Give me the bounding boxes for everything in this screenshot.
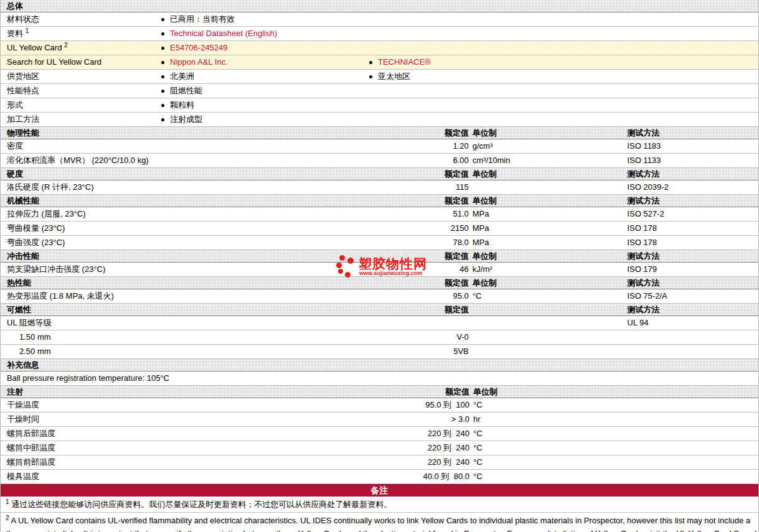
- item-text: 亚太地区: [378, 70, 410, 83]
- column-header-test: 测试方法: [623, 304, 758, 315]
- property-unit: °C: [469, 398, 625, 412]
- property-unit: °C: [469, 455, 625, 469]
- property-value: 220 到 240: [281, 455, 469, 469]
- bullet-item: Nippon A&L Inc.: [155, 55, 363, 69]
- column-header-test: 测试方法: [623, 195, 758, 207]
- property-label: 螺筒中部温度: [1, 441, 281, 455]
- property-value: 115: [280, 180, 469, 194]
- column-header-test: 测试方法: [623, 250, 758, 262]
- property-unit: MPa: [469, 207, 624, 221]
- property-label: 螺筒前部温度: [1, 455, 281, 469]
- test-method: ISO 75-2/A: [623, 289, 758, 303]
- footnote: 1 通过这些链接您能够访问供应商资料。我们尽量保证及时更新资料；不过您可以从供应…: [1, 497, 758, 513]
- table-row: 加工方法 注射成型: [1, 113, 758, 127]
- table-row: 密度 1.20 g/cm³ ISO 1183: [1, 139, 758, 154]
- tradename-link[interactable]: TECHNIACE®: [378, 55, 431, 69]
- column-header-rated: 额定值: [280, 127, 469, 139]
- property-label: 供货地区: [1, 70, 155, 83]
- bullet-item: 已商用：当前有效: [155, 12, 363, 26]
- property-unit: kJ/m²: [469, 263, 624, 276]
- test-method: UL 94: [623, 316, 758, 330]
- footnote-ref: 1: [26, 27, 29, 34]
- bullet-item: TECHNIACE®: [363, 55, 758, 69]
- property-label: 资料 1: [1, 27, 155, 40]
- table-row: 螺筒前部温度 220 到 240 °C: [1, 455, 758, 470]
- property-label: Ball pressure registration temperature: …: [1, 371, 758, 385]
- table-row: 材料状态 已商用：当前有效: [1, 12, 758, 27]
- table-row: 溶化体积流率（MVR） (220°C/10.0 kg) 6.00 cm³/10m…: [1, 154, 758, 168]
- property-value: > 3.0: [281, 413, 469, 426]
- footnote-number: 2: [6, 515, 9, 521]
- property-value: 40.0 到 80.0: [281, 470, 469, 483]
- column-header-rated: 额定值: [280, 304, 469, 315]
- footnote-text: A UL Yellow Card contains UL-verified fl…: [11, 516, 750, 525]
- table-row: 螺筒后部温度 220 到 240 °C: [1, 427, 758, 441]
- item-text: 北美洲: [170, 70, 194, 83]
- test-method: ISO 1133: [623, 154, 758, 167]
- section-title: 补充信息: [1, 359, 281, 371]
- property-label: 弯曲强度 (23°C): [1, 236, 280, 250]
- table-row: 弯曲强度 (23°C) 78.0 MPa ISO 178: [1, 236, 758, 250]
- bullet-item: 颗粒料: [155, 98, 363, 112]
- section-header-mechanical: 机械性能 额定值 单位制 测试方法: [1, 195, 758, 207]
- datasheet-link[interactable]: Technical Datasheet (English): [170, 27, 277, 40]
- bullet-item: E54706-245249: [155, 41, 363, 55]
- property-value: 220 到 240: [281, 441, 469, 455]
- test-method: ISO 178: [623, 222, 758, 235]
- property-unit: cm³/10min: [469, 154, 624, 167]
- remark-bar: 备注: [1, 484, 758, 497]
- table-row: UL 阻燃等级 UL 94: [1, 316, 758, 330]
- item-text: 阻燃性能: [170, 84, 202, 98]
- bullet-icon: [161, 18, 164, 21]
- property-label: 密度: [1, 139, 280, 153]
- bullet-icon: [161, 90, 164, 93]
- property-value: 95.0 到 100: [281, 398, 469, 412]
- supplier-link[interactable]: Nippon A&L Inc.: [170, 55, 228, 69]
- table-row: 2.50 mm 5VB: [1, 345, 758, 359]
- table-row: 螺筒中部温度 220 到 240 °C: [1, 441, 758, 455]
- footnote: 2 A UL Yellow Card contains UL-verified …: [1, 513, 758, 532]
- section-header-impact: 冲击性能 额定值 单位制 测试方法: [1, 250, 758, 263]
- section-header-supplemental: 补充信息: [1, 359, 758, 371]
- table-row: 供货地区 北美洲 亚太地区: [1, 70, 758, 84]
- section-title: 硬度: [1, 168, 280, 180]
- property-value: 78.0: [280, 236, 469, 250]
- column-header-units: 单位制: [469, 195, 624, 207]
- property-value: 6.00: [280, 154, 469, 167]
- property-unit: °C: [469, 289, 624, 303]
- column-header-rated: 额定值: [280, 195, 469, 207]
- table-row: Ball pressure registration temperature: …: [1, 371, 758, 386]
- property-unit: MPa: [469, 236, 624, 250]
- table-row: 热变形温度 (1.8 MPa, 未退火) 95.0 °C ISO 75-2/A: [1, 289, 758, 304]
- item-text: 注射成型: [170, 113, 202, 126]
- column-header-units: 单位制: [469, 250, 624, 262]
- property-unit: hr: [469, 413, 625, 426]
- property-label: 弯曲模量 (23°C): [1, 222, 280, 235]
- column-header-rated: 额定值: [280, 250, 469, 262]
- property-label: 模具温度: [1, 470, 281, 483]
- yellow-card-link[interactable]: E54706-245249: [170, 41, 228, 55]
- datasheet-page: 总体 材料状态 已商用：当前有效 资料 1 Technical Datashee…: [0, 0, 759, 532]
- column-header-units: 单位制: [469, 168, 624, 180]
- property-value: 46: [280, 263, 469, 276]
- property-label: 加工方法: [1, 113, 155, 126]
- bullet-item: 注射成型: [155, 113, 363, 126]
- property-unit: MPa: [469, 222, 624, 235]
- test-method: ISO 179: [623, 263, 758, 276]
- property-label: UL 阻燃等级: [1, 316, 280, 330]
- column-header-rated: 额定值: [281, 386, 469, 398]
- property-label: 螺筒后部温度: [1, 427, 281, 441]
- property-label: UL Yellow Card 2: [1, 41, 155, 55]
- property-label: 拉伸应力 (屈服, 23°C): [1, 207, 280, 221]
- bullet-icon: [161, 61, 164, 64]
- section-header-physical: 物理性能 额定值 单位制 测试方法: [1, 127, 758, 139]
- column-header-test: 测试方法: [623, 168, 758, 180]
- bullet-item: 北美洲: [155, 70, 363, 83]
- property-value: 51.0: [280, 207, 469, 221]
- table-row: 弯曲模量 (23°C) 2150 MPa ISO 178: [1, 222, 758, 236]
- column-header-units: 单位制: [469, 386, 625, 398]
- column-header-units: 单位制: [469, 127, 624, 139]
- property-value: 220 到 240: [281, 427, 469, 441]
- table-row: 形式 颗粒料: [1, 98, 758, 113]
- footnote-text: 通过这些链接您能够访问供应商资料。我们尽量保证及时更新资料；不过您可以从供应商处…: [11, 500, 392, 509]
